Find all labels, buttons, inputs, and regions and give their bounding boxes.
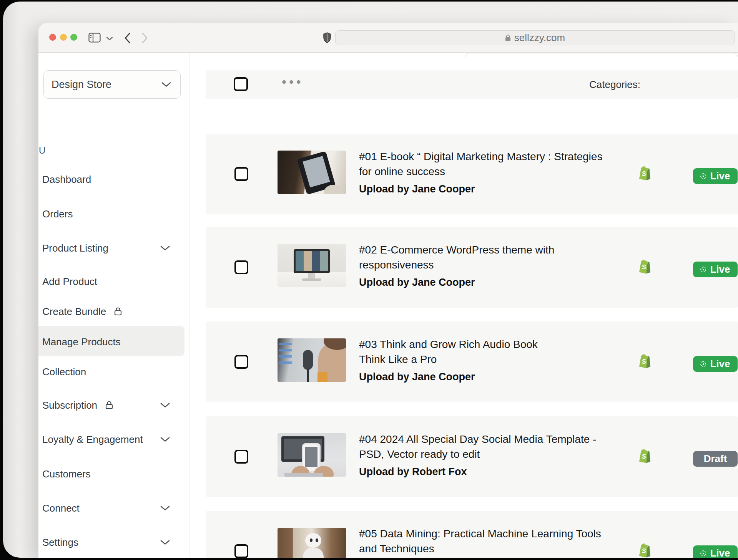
sidebar-item-create-bundle[interactable]: Create Bundle <box>42 303 184 320</box>
sidebar-item-settings[interactable]: Settings <box>42 534 184 551</box>
back-button[interactable] <box>124 32 131 45</box>
product-title: #04 2024 All Special Day Social Media Te… <box>359 432 636 447</box>
categories-label: Categories: <box>589 79 640 91</box>
store-selector-label: Design Store <box>52 79 161 91</box>
status-badge: Live <box>693 262 738 277</box>
product-info[interactable]: #03 Think and Grow Rich Audio Book Think… <box>359 337 636 383</box>
chevron-down-icon <box>160 505 170 511</box>
row-checkbox[interactable] <box>234 260 248 274</box>
more-actions-button[interactable]: ••• <box>282 75 304 89</box>
product-info[interactable]: #04 2024 All Special Day Social Media Te… <box>359 432 636 478</box>
svg-text:S: S <box>642 263 647 271</box>
product-uploader: Upload by Jane Cooper <box>359 371 636 383</box>
product-uploader: Upload by Jane Cooper <box>359 183 636 195</box>
select-all-checkbox[interactable] <box>234 77 248 91</box>
svg-text:S: S <box>642 170 647 177</box>
zoom-window-button[interactable] <box>70 34 77 41</box>
shopify-icon: S <box>638 259 651 276</box>
sidebar-item-subscription[interactable]: Subscription <box>42 397 184 414</box>
lock-icon <box>114 307 122 316</box>
row-checkbox[interactable] <box>234 450 248 464</box>
product-title: #03 Think and Grow Rich Audio Book <box>359 337 636 352</box>
sidebar: Design Store U Dashboard Orders Product … <box>38 53 189 558</box>
product-title: #05 Data Mining: Practical Machine Learn… <box>359 526 636 541</box>
address-bar[interactable]: sellzzy.com <box>335 30 735 45</box>
live-indicator-icon <box>700 550 706 556</box>
product-title: #01 E-book “ Digital Marketing Mastery :… <box>359 149 636 164</box>
status-badge: Live <box>693 168 738 184</box>
product-row: #05 Data Mining: Practical Machine Learn… <box>206 511 738 558</box>
status-badge: Live <box>693 545 738 558</box>
product-thumbnail[interactable] <box>278 338 346 382</box>
sidebar-item-customers[interactable]: Customers <box>42 466 184 482</box>
product-title-line2: and Techniques <box>359 541 636 556</box>
product-title-line2: for online success <box>359 164 636 179</box>
chevron-down-icon <box>160 437 170 442</box>
chevron-down-icon <box>160 245 170 251</box>
lock-icon <box>105 401 155 410</box>
browser-chrome: sellzzy.com <box>38 23 738 53</box>
url-text: sellzzy.com <box>514 32 565 44</box>
live-indicator-icon <box>700 173 706 179</box>
sidebar-item-add-product[interactable]: Add Product <box>42 273 184 290</box>
sidebar-item-connect[interactable]: Connect <box>42 500 184 517</box>
product-row: #04 2024 All Special Day Social Media Te… <box>206 416 738 497</box>
search-box-partial <box>465 53 738 57</box>
product-thumbnail[interactable] <box>278 528 346 558</box>
status-badge: Live <box>693 356 738 372</box>
canvas-bottom-edge <box>0 558 738 560</box>
chevron-down-icon <box>161 82 171 87</box>
sidebar-toggle-icon[interactable] <box>88 33 101 44</box>
store-selector[interactable]: Design Store <box>43 70 181 99</box>
product-thumbnail[interactable] <box>278 151 346 194</box>
svg-text:S: S <box>642 453 647 460</box>
shopify-icon: S <box>638 353 651 370</box>
product-row: #01 E-book “ Digital Marketing Mastery :… <box>206 134 738 214</box>
sidebar-item-product-listing[interactable]: Product Listing <box>42 240 184 257</box>
product-row: #03 Think and Grow Rich Audio Book Think… <box>206 321 738 402</box>
live-indicator-icon <box>700 361 706 367</box>
list-toolbar: ••• Categories: <box>206 70 738 99</box>
close-window-button[interactable] <box>49 34 56 41</box>
row-checkbox[interactable] <box>234 167 248 181</box>
product-info[interactable]: #01 E-book “ Digital Marketing Mastery :… <box>359 149 636 195</box>
svg-text:S: S <box>642 547 647 555</box>
product-title-line2: PSD, Vector ready to edit <box>359 447 636 462</box>
tab-overview-chevron-icon[interactable] <box>106 35 113 42</box>
shopify-icon: S <box>638 166 651 182</box>
product-info[interactable]: #02 E-Commerce WordPress theme with resp… <box>359 242 636 288</box>
browser-window: sellzzy.com Design Store U Dashboard Ord… <box>38 23 738 558</box>
live-indicator-icon <box>700 267 706 272</box>
privacy-shield-icon[interactable] <box>323 32 331 45</box>
main-content: ••• Categories: All Items All Items Sing… <box>189 53 738 558</box>
sidebar-item-manage-products[interactable]: Manage Products <box>42 333 184 350</box>
sidebar-item-loyalty-engagement[interactable]: Loyalty & Engagement <box>42 431 184 448</box>
product-uploader: Upload by Jane Cooper <box>359 277 636 288</box>
product-title: #02 E-Commerce WordPress theme with <box>359 242 636 257</box>
row-checkbox[interactable] <box>234 544 248 558</box>
sidebar-item-dashboard[interactable]: Dashboard <box>42 171 184 188</box>
chevron-down-icon <box>160 403 170 408</box>
product-thumbnail[interactable] <box>278 433 346 477</box>
shopify-icon: S <box>638 543 651 558</box>
row-checkbox[interactable] <box>234 355 248 369</box>
product-title-line2: responsiveness <box>359 257 636 272</box>
forward-button[interactable] <box>141 32 148 45</box>
svg-text:S: S <box>642 358 647 365</box>
product-info[interactable]: #05 Data Mining: Practical Machine Learn… <box>359 526 636 558</box>
product-row: #02 E-Commerce WordPress theme with resp… <box>206 227 738 308</box>
lock-icon <box>505 34 511 41</box>
shopify-icon: S <box>638 448 651 465</box>
product-title-line2: Think Like a Pro <box>359 352 636 367</box>
sidebar-section-label: U <box>39 145 45 156</box>
product-thumbnail[interactable] <box>278 244 346 287</box>
sidebar-item-collection[interactable]: Collection <box>42 363 184 380</box>
chevron-down-icon <box>160 540 170 545</box>
product-uploader: Upload by Robert Fox <box>359 466 636 478</box>
minimize-window-button[interactable] <box>60 34 67 41</box>
sidebar-item-orders[interactable]: Orders <box>42 205 184 222</box>
status-badge: Draft <box>693 451 738 467</box>
